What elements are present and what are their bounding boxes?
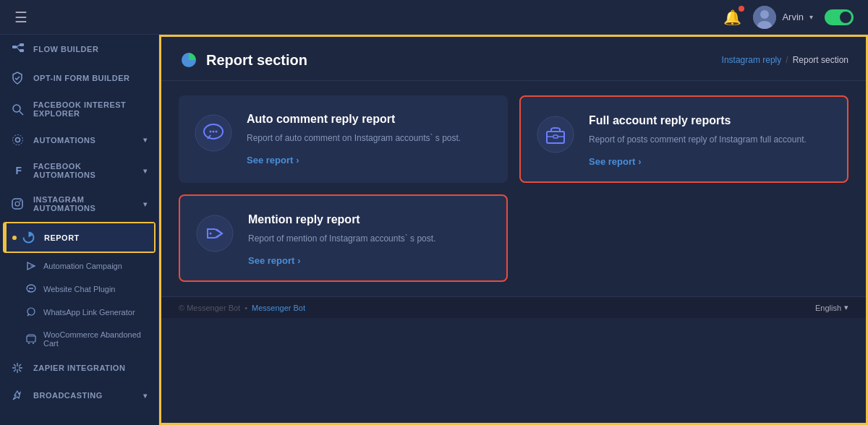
opt-in-icon (12, 72, 26, 85)
user-info[interactable]: Arvin ▾ (753, 6, 813, 29)
auto-comment-link-label: See report (247, 155, 293, 166)
sidebar-item-opt-in[interactable]: Opt-In Form Builder (0, 64, 158, 93)
svg-point-29 (537, 116, 574, 153)
zapier-icon (12, 362, 26, 374)
sidebar-item-woocommerce[interactable]: WooCommerce Abandoned Cart (0, 324, 158, 354)
avatar (753, 6, 776, 29)
sidebar-item-automations[interactable]: Automations ▾ (0, 126, 158, 154)
mention-reply-link-label: See report (248, 255, 294, 266)
sidebar-item-fb-automations[interactable]: f Facebook Automations ▾ (0, 154, 158, 187)
svg-point-10 (16, 138, 20, 142)
svg-point-11 (13, 135, 23, 145)
hamburger-icon[interactable]: ☰ (14, 9, 27, 26)
sidebar-item-whatsapp[interactable]: WhatsApp Link Generator (0, 301, 158, 324)
toggle-switch[interactable] (825, 9, 854, 25)
svg-rect-32 (553, 135, 558, 138)
svg-rect-12 (12, 199, 22, 209)
content-area: Report section Instagram reply / Report … (159, 35, 868, 425)
svg-line-7 (17, 47, 20, 51)
mention-reply-title: Mention reply report (248, 213, 492, 226)
sidebar-item-fb-interest[interactable]: Facebook Interest Explorer (0, 93, 158, 126)
content-title-text: Report section (206, 52, 307, 69)
sidebar-item-opt-in-label: Opt-In Form Builder (33, 74, 130, 82)
full-account-link[interactable]: See report › (589, 156, 833, 167)
sidebar-item-broadcasting[interactable]: Broadcasting ▾ (0, 382, 158, 409)
broadcasting-chevron: ▾ (143, 392, 148, 400)
full-account-link-arrow: › (638, 156, 641, 167)
sidebar-item-ig-automations-label: Instagram Automations (33, 195, 136, 212)
automation-campaign-icon (26, 261, 36, 271)
svg-point-27 (213, 131, 215, 133)
search-icon (12, 103, 26, 116)
sidebar-item-automation-campaign[interactable]: Automation Campaign (0, 254, 158, 278)
automations-icon (12, 134, 26, 146)
footer-copyright: © Messenger Bot (179, 304, 240, 312)
mention-reply-card[interactable]: Mention reply report Report of mention o… (179, 194, 508, 282)
footer-left: © Messenger Bot • Messenger Bot (179, 304, 305, 312)
bell-icon[interactable]: 🔔 (723, 9, 741, 26)
sidebar-item-whatsapp-label: WhatsApp Link Generator (43, 308, 135, 317)
sidebar-item-ig-automations[interactable]: Instagram Automations ▾ (0, 187, 158, 220)
sidebar-item-woocommerce-label: WooCommerce Abandoned Cart (43, 330, 147, 348)
svg-point-36 (210, 233, 212, 235)
facebook-icon: f (12, 165, 26, 176)
user-name: Arvin (782, 12, 804, 22)
toggle[interactable] (825, 9, 854, 25)
content-header: Report section Instagram reply / Report … (161, 37, 866, 81)
content-title-wrapper: Report section (179, 50, 307, 70)
sidebar-item-broadcasting-label: Broadcasting (33, 391, 103, 400)
sidebar-item-zapier-label: Zapier Integration (33, 364, 125, 372)
user-dropdown-chevron[interactable]: ▾ (809, 13, 813, 21)
mention-reply-body: Mention reply report Report of mention o… (248, 213, 492, 266)
auto-comment-card[interactable]: Auto comment reply report Report of auto… (179, 95, 508, 183)
whatsapp-icon (26, 307, 36, 317)
auto-comment-link-arrow: › (296, 155, 299, 166)
report-icon (22, 231, 37, 244)
full-account-desc: Report of posts comment reply of Instagr… (589, 133, 833, 146)
automations-chevron: ▾ (143, 136, 148, 144)
language-selector[interactable]: English ▾ (815, 303, 848, 312)
mention-reply-link-arrow: › (297, 255, 300, 266)
footer-link[interactable]: Messenger Bot (252, 304, 305, 312)
auto-comment-body: Auto comment reply report Report of auto… (247, 113, 493, 166)
language-chevron: ▾ (844, 303, 848, 312)
svg-line-9 (20, 111, 23, 115)
cards-grid: Auto comment reply report Report of auto… (161, 81, 866, 296)
mention-reply-desc: Report of mention of Instagram accounts`… (248, 232, 492, 245)
top-header: ☰ 🔔 Arvin ▾ (0, 0, 868, 35)
footer: © Messenger Bot • Messenger Bot English … (161, 296, 866, 318)
mention-reply-link[interactable]: See report › (248, 255, 492, 266)
svg-point-33 (197, 215, 233, 252)
svg-point-28 (216, 131, 218, 133)
mention-reply-icon (195, 213, 235, 254)
ig-automations-chevron: ▾ (143, 200, 148, 208)
sidebar-item-flow-builder-label: Flow Builder (33, 45, 98, 53)
auto-comment-title: Auto comment reply report (247, 113, 493, 126)
auto-comment-icon (193, 113, 234, 153)
sidebar: Flow Builder Opt-In Form Builder Faceboo… (0, 35, 159, 425)
main-layout: Flow Builder Opt-In Form Builder Faceboo… (0, 35, 868, 425)
full-account-card[interactable]: Full account reply reports Report of pos… (519, 95, 848, 183)
sidebar-item-report-label: Report (44, 233, 80, 242)
sidebar-item-fb-interest-label: Facebook Interest Explorer (33, 100, 147, 118)
breadcrumb: Instagram reply / Report section (722, 55, 848, 65)
full-account-link-label: See report (589, 156, 635, 167)
auto-comment-link[interactable]: See report › (247, 155, 493, 166)
header-right: 🔔 Arvin ▾ (723, 6, 854, 29)
breadcrumb-current: Report section (793, 55, 848, 65)
sidebar-item-flow-builder[interactable]: Flow Builder (0, 35, 158, 64)
svg-point-23 (33, 343, 34, 344)
full-account-title: Full account reply reports (589, 114, 833, 127)
breadcrumb-parent[interactable]: Instagram reply (722, 55, 782, 65)
sidebar-item-website-chat[interactable]: Website Chat Plugin (0, 278, 158, 301)
broadcasting-icon (12, 390, 26, 401)
sidebar-item-report[interactable]: Report (4, 223, 154, 252)
sidebar-item-zapier[interactable]: Zapier Integration (0, 354, 158, 382)
sidebar-item-fb-automations-label: Facebook Automations (33, 162, 136, 179)
auto-comment-desc: Report of auto comment on Instagram acco… (247, 132, 493, 145)
fb-automations-chevron: ▾ (143, 167, 148, 175)
svg-point-20 (32, 288, 33, 289)
svg-line-6 (17, 45, 20, 47)
breadcrumb-separator: / (786, 55, 788, 65)
header-left: ☰ (14, 9, 27, 26)
